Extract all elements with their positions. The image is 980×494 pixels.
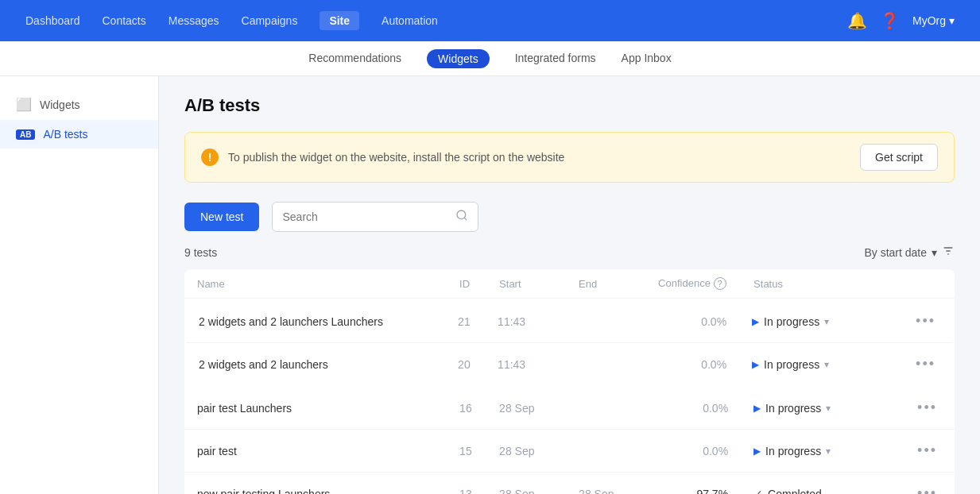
test-id: 15 <box>447 430 486 473</box>
table-row: pair test Launchers 16 28 Sep 0.0% ▶ In … <box>184 387 955 430</box>
get-script-button[interactable]: Get script <box>860 144 938 171</box>
status-label: In progress <box>765 402 821 415</box>
top-nav-links: Dashboard Contacts Messages Campaigns Si… <box>25 11 438 30</box>
test-name: new pair testing Launchers <box>184 473 447 495</box>
row-more-button[interactable]: ••• <box>911 311 940 331</box>
in-progress-icon: ▶ <box>752 359 759 370</box>
main-layout: ⬜ Widgets AB A/B tests A/B tests ! To pu… <box>0 76 980 494</box>
page-title: A/B tests <box>184 95 955 116</box>
sidebar: ⬜ Widgets AB A/B tests <box>0 76 159 494</box>
ab-table: Name ID Start End Confidence ? Status <box>184 269 955 494</box>
sidebar-item-label-abtests: A/B tests <box>43 128 87 141</box>
table-row: new pair testing Launchers 13 28 Sep 28 … <box>184 473 955 495</box>
sort-chevron-icon: ▾ <box>932 246 937 259</box>
notifications-button[interactable]: 🔔 <box>847 11 867 30</box>
test-confidence: 0.0% <box>644 299 739 343</box>
nav-site[interactable]: Site <box>320 11 359 30</box>
sidebar-item-abtests[interactable]: AB A/B tests <box>0 120 158 149</box>
test-end <box>564 343 644 387</box>
row-more-button[interactable]: ••• <box>912 441 942 461</box>
test-status: ▶ In progress ▾ <box>739 299 898 343</box>
table-row: 2 widgets and 2 launchers 20 11:43 0.0% … <box>185 343 954 387</box>
completed-icon: ✓ <box>753 488 763 495</box>
table-row: 2 widgets and 2 launchers Launchers 21 1… <box>184 299 955 388</box>
status-label: In progress <box>765 445 821 457</box>
top-nav: Dashboard Contacts Messages Campaigns Si… <box>0 0 980 41</box>
in-progress-icon: ▶ <box>752 316 759 327</box>
test-end <box>566 387 645 430</box>
test-id: 20 <box>445 343 485 387</box>
ab-icon: AB <box>16 129 35 140</box>
new-test-button[interactable]: New test <box>184 203 259 231</box>
org-selector[interactable]: MyOrg ▾ <box>912 14 955 27</box>
status-chevron-icon[interactable]: ▾ <box>826 403 831 414</box>
test-start: 28 Sep <box>486 430 566 473</box>
top-nav-right: 🔔 ❓ MyOrg ▾ <box>847 11 955 30</box>
search-input[interactable] <box>282 210 449 223</box>
col-start: Start <box>486 269 566 299</box>
alert-banner: ! To publish the widget on the website, … <box>184 132 955 183</box>
subnav-recommendations[interactable]: Recommendations <box>308 42 401 75</box>
svg-point-0 <box>457 210 466 219</box>
row-more-button[interactable]: ••• <box>911 354 940 374</box>
table-row: 2 widgets and 2 launchers Launchers 21 1… <box>185 299 954 343</box>
status-label: In progress <box>764 315 819 328</box>
test-status: ▶ In progress ▾ <box>741 387 900 430</box>
nav-contacts[interactable]: Contacts <box>103 14 146 27</box>
test-status: ✓ Completed <box>741 473 900 495</box>
nav-messages[interactable]: Messages <box>168 14 219 27</box>
nav-dashboard[interactable]: Dashboard <box>25 14 80 27</box>
sub-nav: Recommendations Widgets Integrated forms… <box>0 41 980 76</box>
subnav-integrated-forms[interactable]: Integrated forms <box>515 42 596 75</box>
sort-label: By start date <box>864 246 927 259</box>
test-id: 13 <box>447 473 486 495</box>
col-status: Status <box>741 269 900 299</box>
table-meta: 9 tests By start date ▾ <box>184 245 955 260</box>
test-start: 28 Sep <box>486 387 566 430</box>
row-more-button[interactable]: ••• <box>912 484 942 494</box>
test-start: 11:43 <box>485 299 564 343</box>
test-name: 2 widgets and 2 launchers <box>185 343 445 387</box>
test-confidence: 0.0% <box>645 387 741 430</box>
sidebar-item-widgets[interactable]: ⬜ Widgets <box>0 89 158 120</box>
toolbar: New test <box>184 202 955 232</box>
in-progress-icon: ▶ <box>753 446 761 457</box>
test-name: 2 widgets and 2 launchers Launchers <box>185 299 445 343</box>
status-label: Completed <box>768 488 822 495</box>
main-content: A/B tests ! To publish the widget on the… <box>159 76 980 494</box>
org-name: MyOrg <box>912 14 946 27</box>
test-status: ▶ In progress ▾ <box>739 343 898 387</box>
sidebar-item-label-widgets: Widgets <box>40 98 80 111</box>
status-chevron-icon[interactable]: ▾ <box>824 316 829 327</box>
nav-automation[interactable]: Automation <box>382 14 438 27</box>
test-confidence: 97.7% <box>645 473 741 495</box>
subnav-app-inbox[interactable]: App Inbox <box>622 42 672 75</box>
confidence-help-icon[interactable]: ? <box>714 277 726 290</box>
subnav-widgets[interactable]: Widgets <box>427 49 490 68</box>
tests-count: 9 tests <box>184 246 217 259</box>
test-id: 16 <box>447 387 486 430</box>
org-chevron-icon: ▾ <box>949 14 955 27</box>
status-chevron-icon[interactable]: ▾ <box>824 359 829 370</box>
help-button[interactable]: ❓ <box>880 11 900 30</box>
in-progress-icon: ▶ <box>753 403 761 414</box>
test-confidence: 0.0% <box>644 343 739 387</box>
search-icon <box>455 209 468 225</box>
col-end: End <box>566 269 645 299</box>
test-end <box>564 299 644 343</box>
test-end <box>566 430 645 473</box>
alert-text: To publish the widget on the website, in… <box>228 151 564 164</box>
nav-campaigns[interactable]: Campaigns <box>242 14 298 27</box>
col-name: Name <box>184 269 447 299</box>
sort-control[interactable]: By start date ▾ <box>864 245 955 260</box>
table-row: pair test 15 28 Sep 0.0% ▶ In progress ▾… <box>184 430 955 473</box>
row-more-button[interactable]: ••• <box>912 398 942 418</box>
col-confidence: Confidence ? <box>645 269 741 299</box>
test-name: pair test <box>184 430 447 473</box>
status-chevron-icon[interactable]: ▾ <box>826 446 831 457</box>
col-id: ID <box>447 269 486 299</box>
search-box <box>272 202 478 232</box>
test-id: 21 <box>445 299 485 343</box>
test-status: ▶ In progress ▾ <box>741 430 900 473</box>
test-start: 11:43 <box>485 343 564 387</box>
